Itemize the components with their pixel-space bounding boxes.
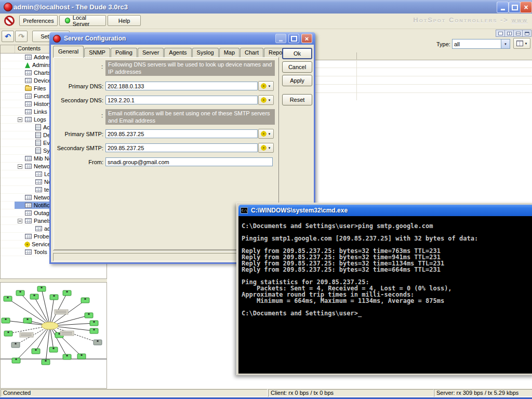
close-button[interactable]: × <box>520 2 532 13</box>
undo-button[interactable]: ↶ <box>2 31 14 42</box>
collapse-icon[interactable] <box>18 219 22 223</box>
tab-polling[interactable]: Polling <box>111 48 137 58</box>
pane-layout-button-4[interactable] <box>522 30 531 37</box>
map-device-dot <box>5 318 7 320</box>
map-device-dot <box>15 343 17 344</box>
tree-item-label: Logs <box>34 116 46 123</box>
redo-button[interactable]: ↷ <box>15 31 28 42</box>
pane-layout-button-1[interactable] <box>496 30 505 37</box>
tab-syslog[interactable]: Syslog <box>192 48 219 58</box>
gear-icon <box>261 145 266 150</box>
primary-dns-input[interactable] <box>105 82 258 90</box>
column-settings-button[interactable]: ▼ <box>513 38 530 49</box>
cancel-button[interactable]: Cancel <box>282 61 312 73</box>
dialog-minimize-button[interactable] <box>275 34 286 43</box>
map-device-dot <box>8 331 9 333</box>
tab-map[interactable]: Map <box>219 48 240 58</box>
status-bar: Connected Client: rx 0 bps / tx 0 bps Se… <box>0 389 532 397</box>
tree-item-label: Files <box>34 85 46 91</box>
restore-button[interactable] <box>509 2 521 13</box>
ok-button[interactable]: Ok <box>282 48 312 59</box>
map-device-dot <box>94 329 95 330</box>
local-server-button[interactable]: Local Server <box>59 15 106 26</box>
field-label: Primary DNS: <box>51 83 103 89</box>
table-icon <box>25 164 32 169</box>
close-icon: × <box>524 3 528 11</box>
list-header-column-2[interactable] <box>357 52 532 60</box>
map-preview-panel[interactable] <box>0 282 107 389</box>
map-link-label <box>60 331 74 336</box>
pane-layout-button-3[interactable] <box>513 30 523 37</box>
tab-chart[interactable]: Chart <box>240 48 263 58</box>
map-link <box>46 326 50 362</box>
cmd-output: C:\Documents and Settings\user>ping smtp… <box>238 216 532 316</box>
script-icon <box>35 148 41 154</box>
local-server-label: Local Server <box>73 15 100 27</box>
map-link-label <box>55 310 68 314</box>
map-device-dot <box>45 360 47 362</box>
cmd-titlebar[interactable]: C:\ C:\WINDOWS\system32\cmd.exe <box>238 205 532 216</box>
help-label: Help <box>118 18 130 24</box>
cmd-icon: C:\ <box>241 207 248 214</box>
table-icon <box>25 70 32 75</box>
table-icon <box>25 78 32 83</box>
field-gear-dropdown-button[interactable]: ▼ <box>258 143 274 153</box>
from-input[interactable] <box>105 157 273 166</box>
field-gear-dropdown-button[interactable]: ▼ <box>258 81 274 91</box>
table-icon <box>25 94 32 99</box>
tab-server[interactable]: Server <box>138 48 164 58</box>
map-device-dot <box>88 313 90 315</box>
pane-layout-icon-1 <box>498 32 503 35</box>
dialog-close-button[interactable]: × <box>301 34 312 43</box>
primary-smtp-input[interactable] <box>105 129 258 138</box>
disconnect-icon[interactable] <box>4 16 15 26</box>
reset-button[interactable]: Reset <box>282 94 312 105</box>
collapse-icon[interactable] <box>18 164 22 169</box>
gear-icon <box>261 84 266 88</box>
grid-dropdown-icon: ▼ <box>525 42 528 45</box>
preferences-button[interactable]: Preferences <box>19 15 58 26</box>
secondary-smtp-input[interactable] <box>105 143 258 152</box>
banner-www-link[interactable]: www <box>512 16 528 24</box>
network-map[interactable] <box>1 283 107 388</box>
pane-layout-button-2[interactable] <box>504 30 514 37</box>
dialog-tabs: GeneralSNMPPollingServerAgentsSyslogMapC… <box>53 46 305 58</box>
table-icon <box>25 210 32 216</box>
collapse-icon[interactable] <box>18 117 22 122</box>
tab-snmp[interactable]: SNMP <box>84 48 110 58</box>
cmd-console[interactable]: C:\Documents and Settings\user>ping smtp… <box>238 216 532 374</box>
status-connection: Connected <box>1 389 268 397</box>
help-button[interactable]: Help <box>108 15 141 26</box>
table-icon <box>25 249 32 255</box>
gear-icon <box>261 98 266 102</box>
dialog-close-icon: × <box>305 35 309 43</box>
tab-general[interactable]: General <box>53 46 84 58</box>
secondary-dns-input[interactable] <box>105 96 258 104</box>
field-label: From: <box>51 159 103 165</box>
dropdown-arrow-icon: ▼ <box>268 99 271 102</box>
dialog-titlebar[interactable]: Server Configuration × <box>49 32 315 45</box>
preferences-label: Preferences <box>23 18 54 24</box>
tab-agents[interactable]: Agents <box>164 48 191 58</box>
cmd-window: C:\ C:\WINDOWS\system32\cmd.exe C:\Docum… <box>236 203 532 375</box>
dialog-maximize-button[interactable] <box>288 34 299 43</box>
dialog-title: Server Configuration <box>64 35 126 42</box>
pane-layout-icon-4 <box>525 32 529 35</box>
dropdown-arrow-icon[interactable]: ▼ <box>501 39 510 48</box>
section-colon-label: : <box>82 63 103 70</box>
map-device-dot <box>27 318 29 320</box>
minimize-button[interactable] <box>497 2 509 13</box>
app-titlebar[interactable]: admin@localhost - The Dude 3.0rc3 × <box>0 0 532 14</box>
table-icon <box>25 101 32 107</box>
map-link <box>42 289 50 326</box>
folder-icon <box>25 86 32 91</box>
app-icon <box>4 3 12 11</box>
type-filter-dropdown[interactable]: all ▼ <box>452 39 510 49</box>
dialog-icon <box>53 35 61 43</box>
field-gear-dropdown-button[interactable]: ▼ <box>258 95 274 105</box>
dropdown-arrow-icon: ▼ <box>268 132 271 136</box>
hotspot-banner[interactable]: HotSpot Controllers -> www <box>413 16 528 24</box>
table-icon <box>25 109 32 114</box>
apply-button[interactable]: Apply <box>282 75 312 86</box>
field-gear-dropdown-button[interactable]: ▼ <box>258 129 274 139</box>
